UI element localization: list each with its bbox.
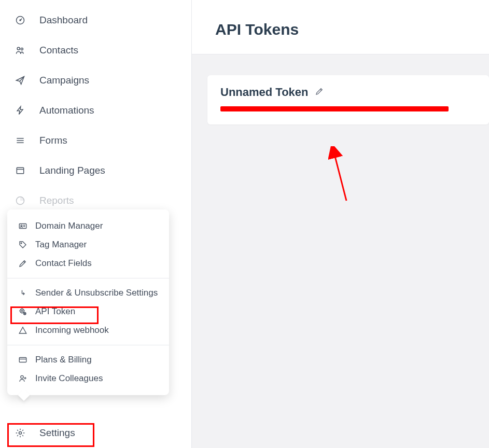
page-icon [15,165,26,176]
edit-token-name-button[interactable] [315,87,324,98]
sidebar-item-label: Automations [39,105,94,116]
token-value-redacted [220,106,449,111]
svg-point-17 [21,310,23,312]
sidebar-item-label: Dashboard [39,15,88,26]
svg-point-2 [17,47,20,50]
submenu-item-label: API Token [35,306,75,317]
submenu-item-label: Contact Fields [35,258,92,269]
pencil-icon [18,258,28,269]
submenu-item-label: Plans & Billing [35,355,92,365]
sidebar-item-forms[interactable]: Forms [0,125,191,156]
submenu-item-label: Incoming webhook [35,325,109,335]
sidebar-item-label: Settings [39,427,75,439]
sidebar-item-label: Landing Pages [39,165,105,176]
submenu-item-plans-billing[interactable]: Plans & Billing [7,351,169,369]
submenu-item-label: Domain Manager [35,221,103,231]
token-card: Unnamed Token [207,75,489,124]
submenu-divider [7,345,169,345]
sidebar-item-label: Contacts [39,45,78,56]
sidebar-item-label: Forms [39,135,67,146]
svg-point-18 [24,313,26,315]
settings-submenu: Domain Manager Tag Manager Contact Field… [7,209,169,395]
svg-point-22 [21,375,23,378]
paper-plane-icon [15,75,26,86]
sidebar-item-dashboard[interactable]: Dashboard [0,5,191,35]
token-name: Unnamed Token [220,86,309,99]
submenu-item-tag-manager[interactable]: Tag Manager [7,235,169,254]
page-body: Unnamed Token [192,54,489,448]
submenu-item-sender-unsubscribe[interactable]: Sender & Unsubscribe Settings [7,284,169,302]
sidebar: Dashboard Contacts Campaigns Automations [0,0,192,448]
sidebar-item-contacts[interactable]: Contacts [0,35,191,65]
submenu-item-contact-fields[interactable]: Contact Fields [7,254,169,273]
submenu-notch [18,389,30,401]
submenu-item-domain-manager[interactable]: Domain Manager [7,217,169,235]
svg-rect-7 [17,167,23,174]
svg-point-11 [21,225,22,227]
submenu-item-invite-colleagues[interactable]: Invite Colleagues [7,369,169,388]
submenu-item-label: Tag Manager [35,240,87,250]
svg-line-26 [320,89,321,90]
svg-line-15 [24,261,25,262]
submenu-item-label: Invite Colleagues [35,373,103,384]
gauge-icon [15,15,26,26]
gear-cog-icon [18,306,28,317]
sidebar-item-label: Campaigns [39,75,89,86]
sidebar-item-campaigns[interactable]: Campaigns [0,65,191,95]
tag-icon [18,240,28,250]
svg-point-25 [19,432,22,435]
id-card-icon [18,221,28,231]
svg-point-19 [24,313,25,314]
svg-point-14 [21,243,22,244]
triangle-warning-icon [18,325,28,335]
sidebar-item-automations[interactable]: Automations [0,95,191,125]
submenu-item-label: Sender & Unsubscribe Settings [35,288,158,298]
chart-icon [15,195,26,206]
people-icon [15,45,26,56]
credit-card-icon [18,355,28,365]
return-arrow-icon [18,288,28,298]
lightning-icon [15,105,26,116]
svg-point-1 [20,20,21,21]
sidebar-item-settings[interactable]: Settings [0,418,191,448]
list-icon [15,135,26,146]
gear-icon [15,427,26,439]
svg-rect-20 [19,358,26,362]
sidebar-item-landing-pages[interactable]: Landing Pages [0,156,191,186]
submenu-divider [7,278,169,278]
submenu-item-incoming-webhook[interactable]: Incoming webhook [7,321,169,340]
submenu-item-api-token[interactable]: API Token [7,302,169,321]
page-title: API Tokens [215,21,489,38]
sidebar-item-label: Reports [39,195,74,206]
person-plus-icon [18,373,28,384]
svg-point-3 [21,48,23,50]
page-header: API Tokens [192,0,489,54]
svg-rect-10 [19,224,26,229]
main-content: API Tokens Unnamed Token [192,0,489,448]
